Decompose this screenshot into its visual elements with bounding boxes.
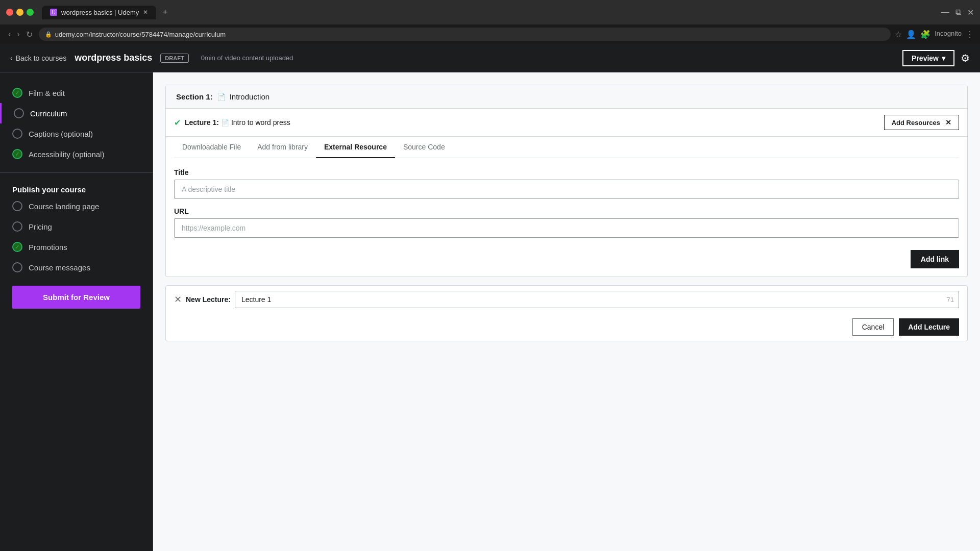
title-input[interactable] xyxy=(174,180,959,199)
window-controls xyxy=(6,9,34,16)
preview-button[interactable]: Preview ▾ xyxy=(902,50,954,66)
minimize-icon[interactable]: — xyxy=(941,8,949,17)
sidebar-item-promotions[interactable]: ✓ Promotions xyxy=(0,237,153,257)
title-field-group: Title xyxy=(174,168,959,199)
nav-actions: ☆ 👤 🧩 Incognito ⋮ xyxy=(895,30,974,39)
new-tab-button[interactable]: + xyxy=(158,7,172,18)
tab-favicon: U xyxy=(50,9,57,16)
sidebar-label-course-landing: Course landing page xyxy=(29,202,99,211)
sidebar-label-film-edit: Film & edit xyxy=(29,89,65,97)
tab-source-code[interactable]: Source Code xyxy=(395,137,453,158)
publish-section-title: Publish your course xyxy=(0,181,153,196)
nav-arrows: ‹ › ↻ xyxy=(6,29,35,40)
resource-panel: Downloadable File Add from library Exter… xyxy=(166,137,967,277)
sidebar-label-promotions: Promotions xyxy=(29,243,67,252)
back-arrow[interactable]: ‹ xyxy=(6,29,13,40)
tab-downloadable-file[interactable]: Downloadable File xyxy=(174,137,249,158)
add-resources-button[interactable]: Add Resources ✕ xyxy=(884,115,959,130)
sidebar-label-pricing: Pricing xyxy=(29,222,52,231)
sidebar-item-accessibility[interactable]: ✓ Accessibility (optional) xyxy=(0,144,153,164)
title-field-label: Title xyxy=(174,168,959,177)
check-empty-icon xyxy=(14,108,24,118)
lecture-file-icon: 📄 xyxy=(221,119,229,127)
add-link-button[interactable]: Add link xyxy=(911,250,959,268)
close-window-button[interactable] xyxy=(6,9,13,16)
new-lecture-input-wrap: 71 xyxy=(235,291,959,308)
address-bar[interactable]: 🔒 udemy.com/instructor/course/5784474/ma… xyxy=(39,28,891,41)
minimize-window-button[interactable] xyxy=(16,9,23,16)
browser-chrome: U wordpress basics | Udemy ✕ + — ⧉ ✕ xyxy=(0,0,980,24)
sidebar-item-pricing[interactable]: Pricing xyxy=(0,216,153,237)
preview-label: Preview xyxy=(912,54,939,62)
header-actions: Preview ▾ ⚙ xyxy=(902,50,970,66)
forward-arrow[interactable]: › xyxy=(15,29,21,40)
tab-add-from-library[interactable]: Add from library xyxy=(249,137,316,158)
draft-badge: DRAFT xyxy=(160,54,188,63)
check-done-icon: ✓ xyxy=(12,88,22,98)
section-label: Section 1: xyxy=(176,92,213,101)
new-lecture-label: New Lecture: xyxy=(186,295,231,304)
resources-close-icon: ✕ xyxy=(945,118,951,127)
new-lecture-actions: Cancel Add Lecture xyxy=(166,313,967,341)
course-title: wordpress basics xyxy=(75,53,152,63)
extensions-icon[interactable]: 🧩 xyxy=(920,30,930,39)
tab-external-resource[interactable]: External Resource xyxy=(316,137,395,158)
active-tab[interactable]: U wordpress basics | Udemy ✕ xyxy=(42,6,156,19)
bookmark-icon[interactable]: ☆ xyxy=(895,30,902,39)
lecture-title: Intro to word press xyxy=(231,118,884,127)
main-content: ✓ Film & edit Curriculum Captions (optio… xyxy=(0,72,980,551)
tab-title: wordpress basics | Udemy xyxy=(61,9,139,16)
close-icon[interactable]: ✕ xyxy=(967,8,974,17)
check-empty-icon xyxy=(12,262,22,272)
lecture-label: Lecture 1: xyxy=(185,118,219,127)
upload-status: 0min of video content uploaded xyxy=(201,54,293,62)
sidebar-label-captions: Captions (optional) xyxy=(29,130,93,138)
lecture-check-icon: ✔ xyxy=(174,118,181,128)
tab-close-icon[interactable]: ✕ xyxy=(143,9,148,16)
resource-tabs: Downloadable File Add from library Exter… xyxy=(174,137,959,158)
reload-button[interactable]: ↻ xyxy=(24,29,35,40)
check-empty-icon xyxy=(12,129,22,139)
settings-icon[interactable]: ⚙ xyxy=(961,52,970,64)
app-layout: ‹ Back to courses wordpress basics DRAFT… xyxy=(0,44,980,551)
restore-icon[interactable]: ⧉ xyxy=(955,8,961,17)
new-lecture-title-input[interactable] xyxy=(235,291,959,308)
profile-icon[interactable]: 👤 xyxy=(906,30,916,39)
lecture-row: ✔ Lecture 1: 📄 Intro to word press Add R… xyxy=(166,109,967,137)
sidebar-label-accessibility: Accessibility (optional) xyxy=(29,150,104,159)
submit-for-review-button[interactable]: Submit for Review xyxy=(12,286,140,309)
sidebar: ✓ Film & edit Curriculum Captions (optio… xyxy=(0,72,153,551)
nav-bar: ‹ › ↻ 🔒 udemy.com/instructor/course/5784… xyxy=(0,24,980,44)
check-done-icon: ✓ xyxy=(12,149,22,159)
sidebar-item-film-edit[interactable]: ✓ Film & edit xyxy=(0,83,153,103)
tab-bar: U wordpress basics | Udemy ✕ + xyxy=(42,6,937,19)
section-card: Section 1: 📄 Introduction ✔ Lecture 1: 📄… xyxy=(165,85,968,277)
add-lecture-button[interactable]: Add Lecture xyxy=(899,318,959,336)
url-field-group: URL xyxy=(174,207,959,238)
back-arrow-icon: ‹ xyxy=(10,54,13,62)
url-input[interactable] xyxy=(174,218,959,238)
app-header: ‹ Back to courses wordpress basics DRAFT… xyxy=(0,44,980,72)
add-resources-label: Add Resources xyxy=(892,119,940,127)
section-file-icon: 📄 xyxy=(217,93,226,101)
ssl-lock-icon: 🔒 xyxy=(45,31,52,38)
dropdown-arrow-icon: ▾ xyxy=(942,54,945,62)
add-link-row: Add link xyxy=(174,246,959,268)
section-name: Introduction xyxy=(230,92,270,101)
check-done-icon: ✓ xyxy=(12,242,22,252)
char-count: 71 xyxy=(947,296,954,304)
menu-icon[interactable]: ⋮ xyxy=(966,30,974,39)
sidebar-item-curriculum[interactable]: Curriculum xyxy=(0,103,153,123)
cancel-lecture-button[interactable]: Cancel xyxy=(852,318,894,336)
sidebar-label-curriculum: Curriculum xyxy=(30,109,67,118)
sidebar-item-course-messages[interactable]: Course messages xyxy=(0,257,153,278)
close-new-lecture-button[interactable]: ✕ xyxy=(174,294,182,305)
sidebar-label-course-messages: Course messages xyxy=(29,263,90,272)
sidebar-divider xyxy=(0,172,153,173)
back-to-courses-link[interactable]: ‹ Back to courses xyxy=(10,54,66,62)
sidebar-item-course-landing[interactable]: Course landing page xyxy=(0,196,153,216)
check-empty-icon xyxy=(12,201,22,211)
maximize-window-button[interactable] xyxy=(27,9,34,16)
section-header: Section 1: 📄 Introduction xyxy=(166,85,967,109)
sidebar-item-captions[interactable]: Captions (optional) xyxy=(0,123,153,144)
